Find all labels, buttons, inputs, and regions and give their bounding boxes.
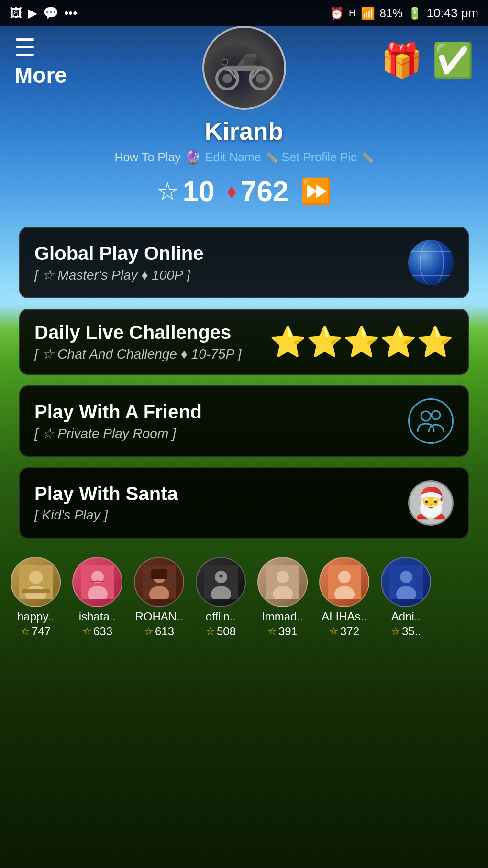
stars-stat: ☆ 10 — [156, 175, 215, 208]
leader-name-3: ROHAN.. — [135, 610, 183, 623]
svg-rect-9 — [254, 61, 261, 65]
star-icon: ☆ — [156, 177, 179, 206]
status-bar: 🖼 ▶ 💬 ••• ⏰ H 📶 81% 🔋 10:43 pm — [0, 0, 488, 26]
alarm-icon: ⏰ — [330, 7, 344, 20]
play-friend-card[interactable]: Play With A Friend [ ☆ Private Play Room… — [19, 385, 469, 457]
more-status-icon: ••• — [64, 6, 77, 21]
leader-item[interactable]: ROHAN.. ☆613 — [128, 553, 190, 642]
santa-icon: 🎅 — [408, 480, 454, 526]
leader-avatar-5 — [257, 557, 308, 607]
leader-item[interactable]: ishata.. ☆633 — [67, 553, 128, 642]
leader-score-3: ☆613 — [144, 625, 174, 638]
svg-point-32 — [338, 571, 351, 583]
leader-score-7: ☆35.. — [391, 625, 421, 638]
leader-avatar-2 — [72, 557, 122, 607]
leader-name-4: offlin.. — [206, 610, 236, 623]
diamond-icon: ♦ — [227, 180, 237, 203]
global-play-title: Global Play Online — [34, 243, 408, 264]
diamonds-value: 762 — [241, 175, 288, 208]
leader-item[interactable]: offlin.. ☆508 — [190, 553, 252, 642]
battery-icon: 🔋 — [408, 7, 422, 20]
leader-avatar-3 — [134, 557, 184, 607]
leader-avatar-1 — [11, 557, 61, 607]
play-santa-subtitle: [ Kid's Play ] — [34, 507, 408, 523]
svg-point-11 — [421, 411, 431, 421]
time-display: 10:43 pm — [427, 6, 478, 21]
svg-point-29 — [277, 571, 289, 583]
youtube-icon: ▶ — [28, 6, 37, 21]
leader-item[interactable]: happy.. ☆747 — [5, 553, 67, 642]
globe-icon — [408, 240, 454, 285]
play-santa-card[interactable]: Play With Santa [ Kid's Play ] 🎅 — [19, 467, 469, 539]
leader-score-6: ☆372 — [329, 625, 359, 638]
profile-links: How To Play 🔮 Edit Name ✏️ Set Profile P… — [114, 149, 373, 165]
leader-name-1: happy.. — [17, 610, 54, 623]
leader-item[interactable]: ALIHAs.. ☆372 — [313, 553, 375, 642]
diamonds-stat: ♦ 762 — [227, 175, 289, 208]
profile-section: Kiranb How To Play 🔮 Edit Name ✏️ Set Pr… — [0, 26, 488, 165]
leader-avatar-7 — [381, 557, 431, 607]
svg-point-14 — [29, 571, 43, 584]
svg-point-12 — [432, 411, 440, 419]
play-friend-text: Play With A Friend [ ☆ Private Play Room… — [34, 401, 408, 441]
leader-name-5: Immad.. — [262, 610, 303, 623]
battery-pct: 81% — [380, 7, 403, 20]
global-play-card[interactable]: Global Play Online [ ☆ Master's Play ♦ 1… — [19, 227, 469, 298]
play-friend-title: Play With A Friend — [34, 401, 408, 423]
leader-item[interactable]: Immad.. ☆391 — [252, 553, 313, 642]
avatar-image — [204, 28, 284, 108]
svg-rect-16 — [22, 589, 50, 593]
whatsapp-icon: 💬 — [43, 6, 58, 21]
profile-avatar[interactable] — [202, 26, 286, 110]
forward-arrows-icon: ⏩ — [300, 177, 332, 206]
stats-row: ☆ 10 ♦ 762 ⏩ — [0, 175, 488, 208]
leader-item[interactable]: Adni.. ☆35.. — [375, 553, 437, 642]
leader-name-2: ishata.. — [79, 610, 116, 623]
global-play-text: Global Play Online [ ☆ Master's Play ♦ 1… — [34, 243, 408, 283]
leader-avatar-6 — [319, 557, 369, 607]
profile-username: Kiranb — [205, 117, 284, 146]
arrows-stat[interactable]: ⏩ — [300, 177, 332, 206]
daily-challenges-title: Daily Live Challenges — [34, 322, 269, 343]
leader-score-4: ☆508 — [206, 625, 236, 638]
play-santa-title: Play With Santa — [34, 483, 408, 505]
status-right-icons: ⏰ H 📶 81% 🔋 10:43 pm — [330, 6, 478, 21]
daily-challenges-subtitle: [ ☆ Chat And Challenge ♦ 10-75P ] — [34, 346, 269, 362]
daily-challenges-text: Daily Live Challenges [ ☆ Chat And Chall… — [34, 322, 269, 362]
friends-icon — [408, 398, 454, 444]
svg-point-27 — [219, 574, 223, 578]
leaderboard: happy.. ☆747 ishata.. ☆633 — [0, 553, 488, 642]
edit-name-link[interactable]: Edit Name — [205, 150, 261, 164]
svg-point-10 — [222, 59, 228, 65]
stars-value: 10 — [183, 175, 215, 208]
daily-challenges-card[interactable]: Daily Live Challenges [ ☆ Chat And Chall… — [19, 309, 469, 375]
play-friend-subtitle: [ ☆ Private Play Room ] — [34, 426, 408, 441]
signal-bars-icon: 📶 — [361, 7, 375, 20]
how-to-play-link[interactable]: How To Play — [114, 150, 181, 164]
svg-rect-23 — [151, 569, 167, 579]
global-play-subtitle: [ ☆ Master's Play ♦ 100P ] — [34, 267, 408, 283]
status-left-icons: 🖼 ▶ 💬 ••• — [10, 6, 77, 21]
leader-score-2: ☆633 — [82, 625, 112, 638]
svg-point-1 — [222, 74, 232, 83]
svg-point-35 — [400, 571, 412, 583]
signal-h-icon: H — [349, 8, 355, 19]
svg-point-3 — [256, 74, 266, 83]
menu-cards: Global Play Online [ ☆ Master's Play ♦ 1… — [0, 213, 488, 553]
leader-avatar-4 — [196, 557, 246, 607]
play-santa-text: Play With Santa [ Kid's Play ] — [34, 483, 408, 523]
leader-score-5: ☆391 — [267, 625, 298, 638]
leader-score-1: ☆747 — [21, 625, 51, 638]
gallery-icon: 🖼 — [10, 6, 22, 21]
leader-name-6: ALIHAs.. — [322, 610, 367, 623]
leader-name-7: Adni.. — [391, 610, 421, 623]
gold-stars-icon: ⭐⭐⭐⭐⭐ — [269, 325, 454, 359]
set-profile-pic-link[interactable]: Set Profile Pic — [282, 150, 357, 164]
